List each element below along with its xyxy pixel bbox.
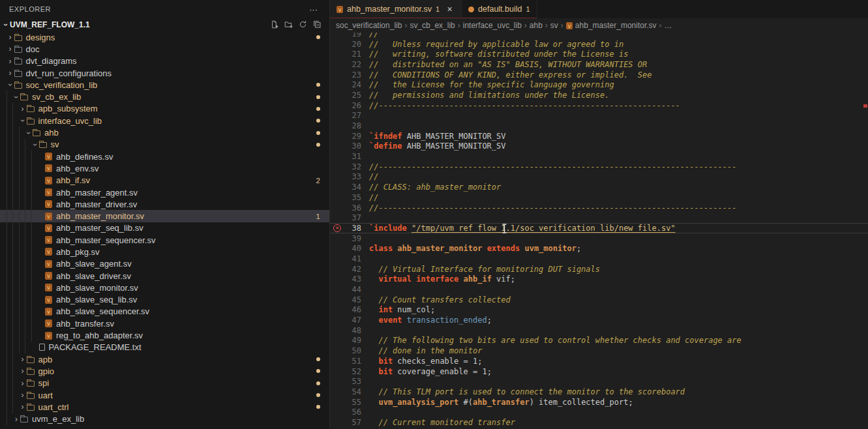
breadcrumb-symbol-ellipsis[interactable]: … — [665, 21, 672, 30]
chevron-collapsed-icon[interactable]: › — [7, 69, 14, 77]
tree-folder-dvt_run_configurations[interactable]: ›dvt_run_configurations — [0, 67, 329, 79]
chevron-expanded-icon[interactable]: › — [2, 21, 10, 29]
tree-folder-sv_cb_ex_lib[interactable]: ›sv_cb_ex_lib — [0, 91, 329, 102]
new-folder-icon[interactable] — [284, 20, 293, 29]
tree-file-ahb_defines.sv[interactable]: ahb_defines.sv — [0, 151, 329, 162]
tree-file-ahb_master_monitor.sv[interactable]: ahb_master_monitor.sv1 — [0, 210, 329, 222]
new-file-icon[interactable] — [270, 20, 278, 29]
chevron-collapsed-icon[interactable]: › — [19, 105, 27, 113]
code-line-31[interactable]: 31 — [330, 151, 868, 162]
code-line-46[interactable]: 46 int num_col; — [330, 305, 868, 316]
tree-file-ahb_slave_agent.sv[interactable]: ahb_slave_agent.sv — [0, 258, 329, 270]
code-line-28[interactable]: 28 — [330, 121, 868, 131]
tree-folder-sv[interactable]: ›sv — [0, 139, 329, 151]
chevron-collapsed-icon[interactable]: › — [19, 355, 27, 363]
tab-ahb_master_monitor.sv[interactable]: ahb_master_monitor.sv1× — [330, 0, 462, 18]
code-line-54[interactable]: 54 // This TLM port is used to connect t… — [330, 387, 868, 397]
code-line-43[interactable]: 43 virtual interface ahb_if vif; — [330, 274, 868, 285]
tree-folder-apb_subsystem[interactable]: ›apb_subsystem — [0, 103, 329, 115]
chevron-expanded-icon[interactable]: › — [19, 117, 27, 125]
tree-folder-uart_ctrl[interactable]: ›uart_ctrl — [0, 401, 329, 413]
tree-file-ahb_transfer.sv[interactable]: ahb_transfer.sv — [0, 318, 329, 329]
chevron-collapsed-icon[interactable]: › — [7, 33, 14, 41]
tree-folder-spi[interactable]: ›spi — [0, 377, 329, 389]
code-line-25[interactable]: 25// permissions and limitations under t… — [330, 90, 868, 100]
code-line-52[interactable]: 52 bit coverage_enable = 1; — [330, 366, 868, 377]
code-line-50[interactable]: 50 // done in the monitor — [330, 346, 868, 356]
tree-folder-dvt_diagrams[interactable]: ›dvt_diagrams — [0, 55, 329, 67]
chevron-expanded-icon[interactable]: › — [7, 81, 14, 89]
tree-folder-doc[interactable]: ›doc — [0, 43, 329, 55]
code-line-24[interactable]: 24// the License for the specific langua… — [330, 80, 868, 90]
breadcrumb-item-soc_verification_lib[interactable]: soc_verification_lib — [336, 21, 402, 30]
chevron-collapsed-icon[interactable]: › — [7, 45, 14, 53]
code-line-20[interactable]: 20// Unless required by applicable law o… — [330, 39, 868, 50]
code-line-26[interactable]: 26//------------------------------------… — [330, 100, 868, 111]
refresh-icon[interactable] — [299, 20, 307, 29]
code-line-19[interactable]: 19// — [330, 33, 868, 39]
close-icon[interactable]: × — [445, 4, 455, 14]
breadcrumb-item-sv_cb_ex_lib[interactable]: sv_cb_ex_lib — [410, 21, 455, 30]
explorer-root-section[interactable]: › UVM_REF_FLOW_1.1 — [0, 18, 329, 31]
code-line-48[interactable]: 48 — [330, 325, 868, 336]
tree-file-ahb_master_agent.sv[interactable]: ahb_master_agent.sv — [0, 186, 329, 198]
code-line-38[interactable]: ×38`include "/tmp/uvm_ref_flow_1.1/soc_v… — [330, 223, 868, 233]
code-line-51[interactable]: 51 bit checks_enable = 1; — [330, 356, 868, 366]
chevron-collapsed-icon[interactable]: › — [19, 403, 27, 411]
breadcrumb-item-sv[interactable]: sv — [550, 21, 558, 30]
tree-file-ahb_slave_driver.sv[interactable]: ahb_slave_driver.sv — [0, 270, 329, 282]
tree-folder-apb[interactable]: ›apb — [0, 353, 329, 365]
code-line-34[interactable]: 34// CLASS: ahb_master_monitor — [330, 182, 868, 192]
tree-folder-designs[interactable]: ›designs — [0, 31, 329, 43]
tree-folder-gpio[interactable]: ›gpio — [0, 365, 329, 377]
code-line-44[interactable]: 44 — [330, 284, 868, 295]
code-line-21[interactable]: 21// writing, software distributed under… — [330, 49, 868, 59]
tree-file-ahb_master_driver.sv[interactable]: ahb_master_driver.sv — [0, 198, 329, 210]
code-line-39[interactable]: 39 — [330, 233, 868, 244]
tree-folder-uart[interactable]: ›uart — [0, 389, 329, 401]
code-line-23[interactable]: 23// CONDITIONS OF ANY KIND, either expr… — [330, 70, 868, 80]
tree-file-ahb_master_sequencer.sv[interactable]: ahb_master_sequencer.sv — [0, 234, 329, 246]
tree-folder-soc_verification_lib[interactable]: ›soc_verification_lib — [0, 79, 329, 91]
tree-file-ahb_master_seq_lib.sv[interactable]: ahb_master_seq_lib.sv — [0, 222, 329, 234]
code-line-55[interactable]: 55 uvm_analysis_port #(ahb_transfer) ite… — [330, 397, 868, 407]
code-line-29[interactable]: 29`ifndef AHB_MASTER_MONITOR_SV — [330, 131, 868, 141]
code-line-41[interactable]: 41 — [330, 254, 868, 264]
overview-ruler[interactable] — [862, 33, 868, 429]
code-line-53[interactable]: 53 — [330, 376, 868, 387]
chevron-expanded-icon[interactable]: › — [31, 141, 39, 149]
tree-file-reg_to_ahb_adapter.sv[interactable]: reg_to_ahb_adapter.sv — [0, 329, 329, 341]
code-line-42[interactable]: 42 // Virtual Interface for monitoring D… — [330, 264, 868, 274]
code-line-45[interactable]: 45 // Count transfers collected — [330, 295, 868, 305]
code-line-22[interactable]: 22// distributed on an "AS IS" BASIS, WI… — [330, 59, 868, 70]
code-line-47[interactable]: 47 event transaction_ended; — [330, 315, 868, 325]
code-editor[interactable]: 19//20// Unless required by applicable l… — [330, 33, 868, 429]
chevron-collapsed-icon[interactable]: › — [19, 391, 27, 399]
tree-file-ahb_slave_monitor.sv[interactable]: ahb_slave_monitor.sv — [0, 282, 329, 293]
chevron-collapsed-icon[interactable]: › — [19, 367, 27, 375]
code-line-40[interactable]: 40class ahb_master_monitor extends uvm_m… — [330, 243, 868, 254]
explorer-more-actions-icon[interactable]: ··· — [305, 5, 322, 14]
code-line-37[interactable]: 37 — [330, 213, 868, 223]
tab-default.build[interactable]: default.build1 — [462, 0, 537, 18]
code-line-57[interactable]: 57 // Current monitored transfer — [330, 417, 868, 428]
breadcrumb-item-file[interactable]: ahb_master_monitor.sv — [575, 21, 657, 30]
code-line-27[interactable]: 27 — [330, 111, 868, 121]
chevron-collapsed-icon[interactable]: › — [7, 57, 14, 65]
code-line-33[interactable]: 33// — [330, 172, 868, 183]
code-line-36[interactable]: 36//------------------------------------… — [330, 203, 868, 213]
code-line-49[interactable]: 49 // The following two bits are used to… — [330, 336, 868, 346]
tree-file-ahb_if.sv[interactable]: ahb_if.sv2 — [0, 175, 329, 186]
tree-folder-interface_uvc_lib[interactable]: ›interface_uvc_lib — [0, 115, 329, 126]
breadcrumb-item-ahb[interactable]: ahb — [530, 21, 543, 30]
tree-folder-uvm_e_ex_lib[interactable]: ›uvm_e_ex_lib — [0, 413, 329, 425]
code-line-32[interactable]: 32//------------------------------------… — [330, 162, 868, 172]
collapse-all-icon[interactable] — [313, 20, 322, 29]
tree-file-ahb_slave_sequencer.sv[interactable]: ahb_slave_sequencer.sv — [0, 306, 329, 318]
tree-file-PACKAGE_README.txt[interactable]: PACKAGE_README.txt — [0, 342, 329, 353]
breadcrumb-item-interface_uvc_lib[interactable]: interface_uvc_lib — [463, 21, 522, 30]
tree-file-ahb_pkg.sv[interactable]: ahb_pkg.sv — [0, 246, 329, 258]
chevron-collapsed-icon[interactable]: › — [12, 415, 20, 423]
tree-folder-ahb[interactable]: ›ahb — [0, 126, 329, 138]
chevron-expanded-icon[interactable]: › — [25, 129, 33, 137]
